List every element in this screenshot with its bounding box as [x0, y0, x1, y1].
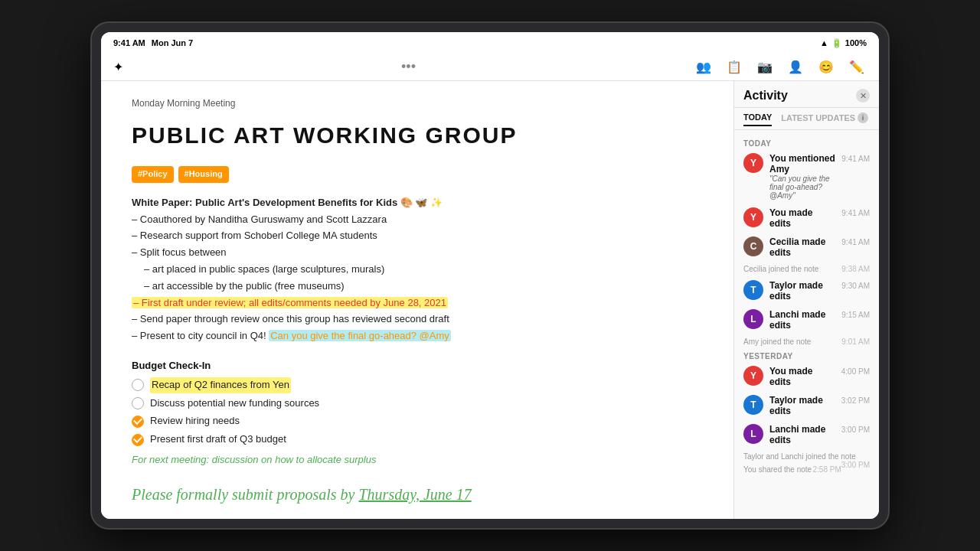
- system-time-2: 9:01 AM: [841, 337, 870, 346]
- yesterday-label: YESTERDAY: [734, 349, 879, 362]
- more-icon[interactable]: •••: [401, 59, 416, 75]
- battery-icon: 🔋: [831, 38, 842, 48]
- next-meeting-note: For next meeting: discussion on how to a…: [132, 452, 703, 468]
- activity-item-you-edits: Y You made edits 9:41 AM: [734, 204, 879, 233]
- time-1: 9:41 AM: [841, 155, 870, 163]
- activity-tabs: TODAY LATEST UPDATES i: [734, 108, 879, 130]
- submit-text: Please formally submit proposals by Thur…: [132, 482, 703, 507]
- review-line: – Send paper through review once this gr…: [132, 311, 703, 328]
- activity-text-2: You made edits: [769, 207, 835, 229]
- wifi-icon: ▲: [820, 38, 828, 47]
- wp-line-2: – Research support from Schoberl College…: [132, 228, 703, 244]
- action-2: You made edits: [769, 207, 835, 229]
- time-7: 3:02 PM: [841, 396, 870, 405]
- status-date: Mon Jun 7: [152, 38, 193, 47]
- status-time: 9:41 AM: [113, 38, 145, 47]
- activity-item-lanchi: L Lanchi made edits 9:15 AM: [734, 305, 879, 334]
- status-right: ▲ 🔋 100%: [820, 38, 867, 48]
- checklist-label-2: Discuss potential new funding sources: [150, 396, 319, 412]
- ipad-frame: 9:41 AM Mon Jun 7 ▲ 🔋 100% ✦ ••• 👥 📋 📷 👤: [92, 23, 888, 528]
- checkbox-2[interactable]: [132, 397, 144, 409]
- activity-item-taylor-y: T Taylor made edits 3:02 PM: [734, 391, 879, 420]
- activity-text-3: Cecilia made edits: [769, 236, 835, 258]
- checklist-label-1: Recap of Q2 finances from Yen: [150, 377, 291, 393]
- activity-text-7: Taylor made edits: [769, 395, 835, 416]
- avatar-taylor: T: [743, 280, 763, 300]
- system-time-3: 3:00 PM: [841, 461, 870, 469]
- tags-row: #Policy #Housing: [132, 166, 703, 183]
- emoji-icon[interactable]: 😊: [816, 57, 836, 77]
- wp-line-1: – Coauthored by Nanditha Guruswamy and S…: [132, 212, 703, 228]
- activity-header: Activity ✕: [734, 81, 879, 108]
- activity-text-8: Lanchi made edits: [769, 424, 835, 445]
- avatar-lanchi: L: [743, 309, 763, 329]
- toolbar-center: •••: [401, 59, 416, 75]
- avatar-cecilia: C: [743, 236, 763, 256]
- checklist-item-1: Recap of Q2 finances from Yen: [132, 377, 703, 393]
- activity-text-5: Lanchi made edits: [769, 309, 835, 331]
- activity-item-mention: Y You mentioned Amy "Can you give the fi…: [734, 149, 879, 204]
- snippet-1: "Can you give the final go-ahead? @Amy": [769, 174, 835, 200]
- activity-item-cecilia: C Cecilia made edits 9:41 AM: [734, 233, 879, 262]
- activity-close-button[interactable]: ✕: [856, 89, 870, 103]
- deadline-highlight: – First draft under review; all edits/co…: [132, 297, 448, 308]
- magic-icon[interactable]: ✦: [113, 60, 123, 74]
- activity-panel: Activity ✕ TODAY LATEST UPDATES i TODAY …: [733, 81, 879, 519]
- activity-text-6: You made edits: [769, 366, 835, 387]
- mention-icon[interactable]: 👤: [786, 57, 805, 77]
- submit-date: Thursday, June 17: [358, 486, 471, 503]
- system-note-amy: Amy joined the note 9:01 AM: [734, 336, 879, 347]
- tab-today[interactable]: TODAY: [743, 112, 772, 126]
- camera-icon[interactable]: 📷: [755, 57, 775, 77]
- today-label: TODAY: [734, 136, 879, 149]
- activity-item-you-y: Y You made edits 4:00 PM: [734, 362, 879, 391]
- wp-line-3: – Split focus between: [132, 245, 703, 261]
- tag-policy[interactable]: #Policy: [132, 166, 174, 183]
- info-icon: i: [858, 112, 868, 123]
- wp-line-4: – art placed in public spaces (large scu…: [132, 262, 703, 278]
- note-content[interactable]: Monday Morning Meeting PUBLIC ART WORKIN…: [101, 81, 733, 519]
- tag-housing[interactable]: #Housing: [178, 166, 229, 183]
- toolbar-left: ✦: [113, 60, 123, 74]
- budget-header: Budget Check-In: [132, 358, 703, 374]
- avatar-you-2: Y: [743, 207, 763, 227]
- toolbar-right: 👥 📋 📷 👤 😊 ✏️: [694, 57, 867, 77]
- content-area: Monday Morning Meeting PUBLIC ART WORKIN…: [101, 81, 879, 519]
- time-4: 9:30 AM: [841, 282, 870, 290]
- activity-item-taylor: T Taylor made edits 9:30 AM: [734, 276, 879, 305]
- whitepaper-header: White Paper: Public Art's Development Be…: [132, 195, 703, 211]
- toolbar: ✦ ••• 👥 📋 📷 👤 😊 ✏️: [101, 54, 879, 81]
- action-7: Taylor made edits: [769, 395, 835, 416]
- status-bar: 9:41 AM Mon Jun 7 ▲ 🔋 100%: [101, 32, 879, 54]
- council-line: – Present to city council in Q4! Can you…: [132, 328, 703, 344]
- checkbox-4[interactable]: [132, 434, 144, 446]
- activity-item-lanchi-y: L Lanchi made edits 3:00 PM: [734, 420, 879, 449]
- activity-text-4: Taylor made edits: [769, 280, 835, 302]
- system-note-taylor-lanchi: Taylor and Lanchi joined the note 3:00 P…: [734, 451, 879, 462]
- checklist-item-4: Present first draft of Q3 budget: [132, 432, 703, 448]
- activity-title: Activity: [743, 89, 788, 103]
- note-subtitle: Monday Morning Meeting: [132, 96, 703, 111]
- collaborators-icon[interactable]: 👥: [694, 57, 714, 77]
- list-icon[interactable]: 📋: [724, 57, 744, 77]
- edit-icon[interactable]: ✏️: [847, 57, 867, 77]
- time-2: 9:41 AM: [841, 209, 870, 217]
- checkbox-1[interactable]: [132, 379, 144, 391]
- action-1: You mentioned Amy: [769, 153, 835, 174]
- activity-list: TODAY Y You mentioned Amy "Can you give …: [734, 130, 879, 519]
- status-left: 9:41 AM Mon Jun 7: [113, 38, 193, 47]
- action-3: Cecilia made edits: [769, 236, 835, 258]
- checklist-label-4: Present first draft of Q3 budget: [150, 432, 286, 448]
- checklist-item-2: Discuss potential new funding sources: [132, 396, 703, 412]
- time-8: 3:00 PM: [841, 425, 870, 434]
- wp-line-5: – art accessible by the public (free mus…: [132, 279, 703, 295]
- mention-amy: Can you give the final go-ahead? @Amy: [269, 330, 451, 341]
- action-4: Taylor made edits: [769, 280, 835, 302]
- action-8: Lanchi made edits: [769, 424, 835, 445]
- note-title: PUBLIC ART WORKING GROUP: [132, 117, 703, 154]
- tab-latest-updates[interactable]: LATEST UPDATES i: [781, 112, 868, 126]
- checklist-item-3: Review hiring needs: [132, 413, 703, 429]
- checkbox-3[interactable]: [132, 416, 144, 428]
- avatar-you-1: Y: [743, 153, 763, 173]
- checklist-label-3: Review hiring needs: [150, 413, 240, 429]
